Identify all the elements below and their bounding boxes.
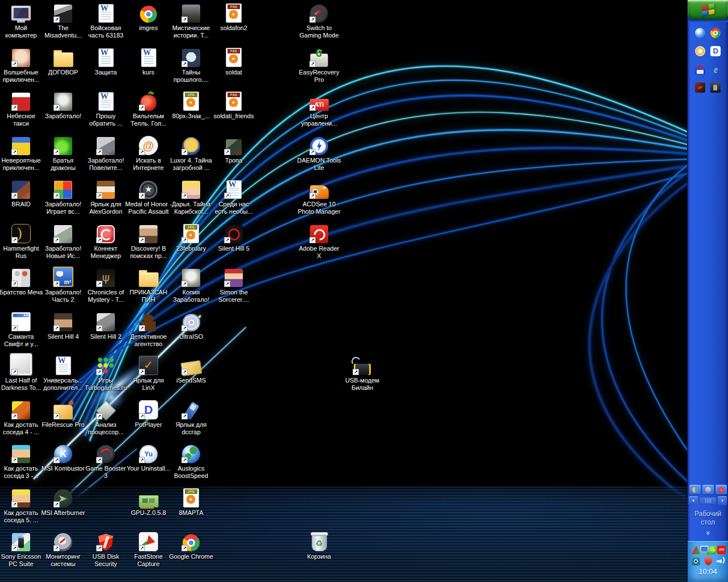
chevron-expand-icon[interactable]: » bbox=[705, 529, 712, 538]
desktop-icon[interactable]: Дарья. Тайна Карибског... bbox=[169, 178, 213, 215]
desktop-icon[interactable]: BRAID bbox=[0, 178, 43, 208]
desktop-icon[interactable]: Войсковая часть 63183 bbox=[84, 2, 128, 39]
ati-quicklaunch-button[interactable] bbox=[694, 81, 706, 94]
desktop-icon[interactable]: Мистические истории. Т... bbox=[169, 2, 213, 39]
desktop-icon[interactable]: Как достать соседа 4 - ... bbox=[0, 399, 43, 436]
desktop-icon[interactable]: Chronicles of Mystery - Т... bbox=[84, 267, 128, 304]
desktop-icon[interactable]: Мой компьютер bbox=[0, 2, 43, 39]
desktop-icon[interactable]: Sony Ericsson PC Suite bbox=[0, 531, 43, 568]
desktop-icon[interactable]: Your Uninstall... bbox=[126, 443, 171, 472]
desktop-icon[interactable]: Тропа bbox=[212, 135, 256, 164]
desktop-icon[interactable]: ДОГОВОР bbox=[41, 47, 85, 76]
desktop-icon[interactable]: The Misadventu... bbox=[41, 2, 85, 39]
desktop-icon[interactable]: Ярлык для AlexGordon bbox=[84, 178, 128, 215]
network-tray-icon[interactable] bbox=[700, 546, 709, 554]
desktop-icon[interactable]: DAEMON Tools Lite bbox=[297, 135, 341, 172]
desktop-icon[interactable]: 23february bbox=[169, 223, 213, 252]
desktop-icon[interactable]: Заработало! Часть 2 bbox=[41, 267, 85, 304]
volume-tray-icon[interactable] bbox=[717, 557, 725, 566]
ati-tray-icon[interactable] bbox=[717, 546, 726, 554]
desktop-icon[interactable]: FileRescue Pro bbox=[41, 399, 85, 429]
desktop-icon[interactable]: Luxor 4. Тайна загробной ... bbox=[169, 135, 213, 172]
internet-globe-quicklaunch-button[interactable] bbox=[694, 27, 706, 39]
desktop-icon[interactable]: Заработало! bbox=[41, 90, 85, 120]
desktop-icon[interactable]: Копия Заработало! bbox=[169, 267, 213, 304]
desktop-icon[interactable]: Мониторинг системы bbox=[41, 531, 85, 568]
chrome-quicklaunch-button[interactable] bbox=[709, 27, 722, 39]
toolbar-app-2[interactable] bbox=[702, 485, 714, 494]
desktop-icon[interactable]: Заработало! Играет вс... bbox=[41, 178, 85, 215]
desktop-icon[interactable]: Братство Меча bbox=[0, 267, 43, 296]
desktop-icon[interactable]: Небесное такси bbox=[0, 90, 43, 127]
desktop-icon[interactable]: MSI Kombustor bbox=[41, 443, 85, 472]
internet-explorer-quicklaunch-button[interactable] bbox=[709, 63, 722, 76]
desktop-icon[interactable]: Как достать соседа 3 -... bbox=[0, 443, 43, 480]
desktop-icon[interactable]: Коннект Менеджер bbox=[84, 223, 128, 260]
desktop-icon[interactable]: Ярлык для LinX bbox=[126, 355, 171, 392]
desktop-icon[interactable]: Auslogics BoostSpeed bbox=[169, 443, 213, 480]
desktop-icon[interactable]: Заработало! Повелите... bbox=[84, 135, 128, 172]
game-dark-quicklaunch-button[interactable] bbox=[709, 81, 722, 94]
desktop-icon[interactable]: Game Booster 3 bbox=[84, 443, 128, 480]
desktop-icon[interactable]: Саманта Свифт и у... bbox=[0, 311, 43, 348]
desktop-icon[interactable]: EasyRecovery Pro bbox=[297, 47, 341, 84]
desktop-icon[interactable]: soldafon2 bbox=[212, 2, 256, 32]
desktop-icon[interactable]: USB Disk Security bbox=[84, 531, 128, 568]
desktop-icon[interactable]: GPU-Z.0.5.8 bbox=[126, 487, 171, 517]
floppy-quicklaunch-button[interactable] bbox=[694, 63, 706, 76]
desktop-icon[interactable]: USB-модем Билайн bbox=[340, 355, 384, 392]
desktop-icon[interactable]: Центр управлени... bbox=[297, 90, 341, 127]
download-master-tray-icon[interactable] bbox=[709, 546, 717, 554]
desktop-icon[interactable]: Среди нас есть необы... bbox=[212, 178, 256, 215]
desktop-icon[interactable]: MSI Afterburner bbox=[41, 487, 85, 517]
desktop-icon[interactable]: Вильгельм Телль. Гол... bbox=[126, 90, 171, 127]
desktop-icon[interactable]: Волшебные приключен... bbox=[0, 47, 43, 84]
desktop-icon[interactable]: Корзина bbox=[297, 531, 341, 560]
desktop-icon[interactable]: Silent Hill 2 bbox=[84, 311, 128, 340]
desktop-icon[interactable]: Анализ процессор... bbox=[84, 399, 128, 436]
scroll-right-button[interactable]: › bbox=[718, 496, 727, 505]
desktop-icon[interactable]: Switch to Gaming Mode bbox=[297, 2, 341, 39]
desktop-icon[interactable]: PotPlayer bbox=[126, 399, 171, 429]
desktop-icon[interactable]: Тайны прошлого.... bbox=[169, 47, 213, 84]
desktop-icon[interactable]: Medal of Honor - Pacific Assault bbox=[122, 178, 175, 215]
start-button[interactable] bbox=[688, 0, 728, 19]
desktop-icon[interactable]: soldat bbox=[212, 47, 256, 76]
desktop-icon[interactable]: Заработало! Новые Ис... bbox=[41, 223, 85, 260]
shield-tray-icon[interactable] bbox=[704, 557, 713, 566]
potplayer-quicklaunch-button[interactable] bbox=[709, 45, 722, 57]
desktop-icon[interactable]: soldati_friends bbox=[212, 90, 256, 120]
eye-tray-icon[interactable] bbox=[692, 557, 700, 566]
desktop-icon[interactable]: Ярлык для dccrap bbox=[169, 399, 213, 436]
desktop-icon[interactable]: ACDSee 10 Photo Manager bbox=[297, 178, 341, 215]
desktop-icon[interactable]: Искать в Интернете bbox=[126, 135, 171, 172]
desktop-icon[interactable]: Защита bbox=[84, 47, 128, 76]
desktop-icon[interactable]: Как достать соседа 5. ... bbox=[0, 487, 43, 524]
toolbar-app-3[interactable] bbox=[715, 485, 727, 494]
desktop-icon[interactable]: Google Chrome bbox=[169, 531, 213, 560]
desktop-icon[interactable]: imgres bbox=[126, 2, 171, 32]
desktop-icon[interactable]: Невероятные приключен... bbox=[0, 135, 43, 172]
desktop-icon[interactable]: FastStone Capture bbox=[126, 531, 171, 568]
desktop-icon[interactable]: Братья драконы bbox=[41, 135, 85, 172]
desktop-icon[interactable]: Silent Hill 5 bbox=[212, 223, 256, 252]
desktop-icon[interactable]: iSendSMS bbox=[169, 355, 213, 384]
desktop-icon[interactable]: UltraISO bbox=[169, 311, 213, 340]
desktop-icon[interactable]: kurs bbox=[126, 47, 171, 76]
taskbar-clock[interactable]: 10:04 bbox=[692, 567, 724, 576]
desktop-icon[interactable]: Прошу обратить ... bbox=[84, 90, 128, 127]
desktop-icon[interactable]: Hammerfight Rus bbox=[0, 223, 43, 260]
taskbar-empty-area[interactable] bbox=[688, 97, 728, 484]
desktop-icon[interactable]: Adobe Reader X bbox=[297, 223, 341, 260]
desktop-icon[interactable]: Last Half of Darkness To... bbox=[0, 355, 43, 392]
desktop-icon[interactable]: ПРИКАЗСАН ПИН bbox=[126, 267, 171, 304]
afterburner-tray-icon[interactable] bbox=[692, 546, 700, 554]
desktop-icon[interactable]: Детективное агентство bbox=[126, 311, 171, 348]
desktop-icon[interactable]: Универсаль... дополнител... bbox=[41, 355, 85, 392]
scrollbar-thumb[interactable] bbox=[699, 497, 717, 505]
desktop-icon[interactable]: 8МАРТА bbox=[169, 487, 213, 517]
media-quicklaunch-button[interactable] bbox=[694, 45, 706, 57]
desktop-icon[interactable]: Simon the Sorcerer.... bbox=[212, 267, 256, 304]
scroll-left-button[interactable]: ‹ bbox=[689, 496, 698, 505]
desktop-icon[interactable]: Игры Turbogames.ru bbox=[84, 355, 128, 392]
